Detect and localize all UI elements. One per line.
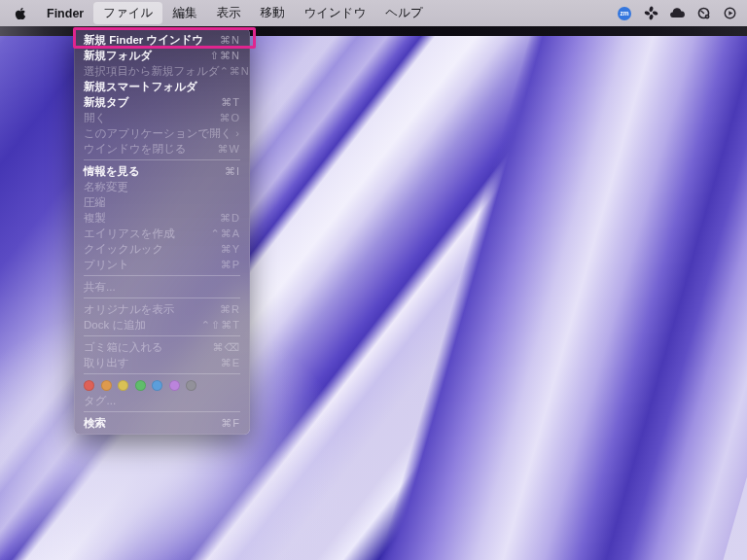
menu-item-label: 複製 <box>84 211 106 226</box>
menu-item-label: プリント <box>84 258 129 272</box>
tag-red[interactable] <box>84 380 94 391</box>
menu-item-shortcut: ⌘I <box>225 165 240 178</box>
menu-item-shortcut: ⌘R <box>220 303 240 316</box>
menu-item-close-window: ウインドウを閉じる⌘W <box>74 141 250 157</box>
menu-item-label: 新規 Finder ウインドウ <box>84 33 203 48</box>
menu-item-label: クイックルック <box>84 242 163 257</box>
menu-separator <box>84 373 240 374</box>
menu-item-shortcut: ⌘O <box>219 112 240 124</box>
menu-item-shortcut: ⌘Y <box>221 243 240 256</box>
menu-item-label: オリジナルを表示 <box>84 302 175 317</box>
menu-item-open: 開く⌘O <box>74 110 250 125</box>
menu-item-label: エイリアスを作成 <box>84 227 175 241</box>
menu-bar-menus: ファイル編集表示移動ウインドウヘルプ <box>93 2 433 24</box>
menu-item-shortcut: ⌘D <box>220 212 240 225</box>
menu-item-shortcut: ⌘⌫ <box>212 341 240 354</box>
menu-item-shortcut: ⌃⌘N <box>220 65 250 78</box>
menu-item-get-info[interactable]: 情報を見る⌘I <box>74 163 250 179</box>
menu-separator <box>84 275 240 276</box>
status-tray: zm <box>617 6 747 21</box>
menu-item-label: 共有... <box>84 280 116 295</box>
menu-item-compress: 圧縮 <box>74 194 250 210</box>
menu-item-label: 新規スマートフォルダ <box>84 80 197 94</box>
menu-item-new-folder-from-selection: 選択項目から新規フォルダ⌃⌘N <box>74 63 250 79</box>
menu-item-eject: 取り出す⌘E <box>74 355 250 370</box>
menu-bar-item[interactable]: ウインドウ <box>294 2 375 24</box>
menu-item-new-smart-folder[interactable]: 新規スマートフォルダ <box>74 79 250 94</box>
menu-item-new-folder[interactable]: 新規フォルダ⇧⌘N <box>74 48 250 63</box>
menu-item-share: 共有... <box>74 279 250 295</box>
tag-orange[interactable] <box>101 380 112 391</box>
pinwheel-icon[interactable] <box>643 6 658 21</box>
menu-item-new-tab[interactable]: 新規タブ⌘T <box>74 94 250 110</box>
desktop: Finder ファイル編集表示移動ウインドウヘルプ zm <box>0 0 747 560</box>
apple-icon <box>15 7 26 20</box>
cloud-icon[interactable] <box>669 6 685 21</box>
menu-item-label: 検索 <box>84 416 106 431</box>
menu-separator <box>84 298 240 298</box>
menu-item-label: 名称変更 <box>84 180 128 194</box>
tag-blue[interactable] <box>152 380 162 391</box>
tag-yellow[interactable] <box>118 380 128 391</box>
menu-item-label: 開く <box>84 111 106 125</box>
menu-item-label: ゴミ箱に入れる <box>84 340 163 355</box>
menu-item-shortcut: › <box>235 127 240 139</box>
menu-item-shortcut: ⌘E <box>221 357 240 369</box>
menu-bar-item[interactable]: ファイル <box>93 2 162 24</box>
menu-item-show-original: オリジナルを表示⌘R <box>74 301 250 317</box>
menu-item-shortcut: ⌘T <box>221 96 240 109</box>
menu-item-label: 取り出す <box>84 356 129 370</box>
menu-item-label: ウインドウを閉じる <box>84 142 187 157</box>
menu-item-shortcut: ⌘W <box>218 143 240 156</box>
menu-item-label: 圧縮 <box>84 195 106 210</box>
menu-item-label: Dock に追加 <box>84 318 146 332</box>
menu-item-shortcut: ⌃⌘A <box>210 228 240 240</box>
menu-item-label: 情報を見る <box>84 164 140 179</box>
file-menu-dropdown: 新規 Finder ウインドウ⌘N新規フォルダ⇧⌘N選択項目から新規フォルダ⌃⌘… <box>74 28 250 435</box>
menu-bar-item[interactable]: 編集 <box>162 2 206 24</box>
menu-item-quick-look: クイックルック⌘Y <box>74 241 250 257</box>
menu-item-duplicate: 複製⌘D <box>74 210 250 226</box>
zoom-app-icon[interactable]: zm <box>617 6 632 21</box>
menu-item-shortcut: ⇧⌘N <box>210 50 240 62</box>
menu-item-new-finder-window[interactable]: 新規 Finder ウインドウ⌘N <box>74 32 250 48</box>
menu-item-make-alias: エイリアスを作成⌃⌘A <box>74 226 250 241</box>
menu-item-label: 選択項目から新規フォルダ <box>84 64 220 79</box>
tag-purple[interactable] <box>169 380 180 391</box>
tag-gray[interactable] <box>186 380 196 391</box>
menu-bar-item[interactable]: 表示 <box>206 2 250 24</box>
tag-color-row <box>74 377 250 393</box>
menu-item-label: このアプリケーションで開く <box>84 126 231 141</box>
menu-item-add-to-dock: Dock に追加⌃⇧⌘T <box>74 317 250 332</box>
menu-item-find[interactable]: 検索⌘F <box>74 415 250 431</box>
menu-bar-item[interactable]: ヘルプ <box>375 2 432 24</box>
menu-separator <box>84 159 240 160</box>
menu-item-shortcut: ⌘F <box>221 417 240 430</box>
play-circle-icon[interactable] <box>722 6 737 21</box>
menu-separator <box>84 335 240 336</box>
apple-menu[interactable] <box>6 7 35 20</box>
menu-item-label: タグ... <box>84 394 116 408</box>
menu-item-rename: 名称変更 <box>74 179 250 194</box>
menu-bar: Finder ファイル編集表示移動ウインドウヘルプ zm <box>0 0 747 26</box>
menu-item-print: プリント⌘P <box>74 257 250 272</box>
menu-separator <box>84 411 240 412</box>
menu-item-label: 新規フォルダ <box>84 49 152 63</box>
active-app-name[interactable]: Finder <box>37 7 93 20</box>
gauge-icon[interactable] <box>695 6 711 21</box>
menu-item-label: 新規タブ <box>84 95 129 110</box>
menu-item-open-with: このアプリケーションで開く› <box>74 125 250 141</box>
tag-green[interactable] <box>135 380 146 391</box>
menu-item-shortcut: ⌘P <box>221 259 240 271</box>
menu-item-shortcut: ⌃⇧⌘T <box>201 319 240 332</box>
menu-item-tags: タグ... <box>74 393 250 408</box>
menu-bar-item[interactable]: 移動 <box>250 2 294 24</box>
menu-item-shortcut: ⌘N <box>220 34 240 47</box>
menu-item-move-to-trash: ゴミ箱に入れる⌘⌫ <box>74 339 250 355</box>
